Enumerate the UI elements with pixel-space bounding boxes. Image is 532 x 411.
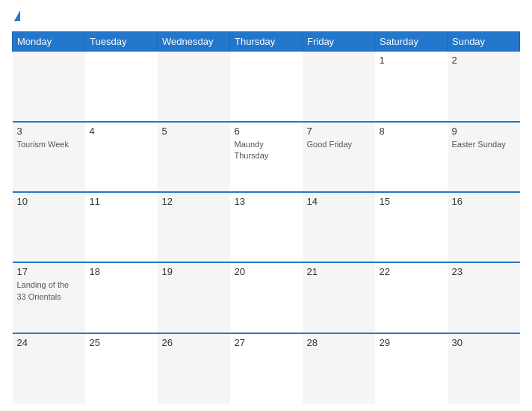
calendar-cell: 7Good Friday (303, 122, 375, 192)
calendar-cell: 29 (375, 333, 448, 404)
calendar-cell: 24 (13, 333, 85, 404)
calendar-cell: 9Easter Sunday (448, 122, 520, 192)
calendar-header: MondayTuesdayWednesdayThursdayFridaySatu… (13, 32, 520, 52)
weekday-header-cell: Sunday (448, 32, 520, 52)
calendar-row: 24252627282930 (13, 333, 520, 404)
calendar-cell: 16 (448, 192, 520, 262)
day-number: 24 (17, 337, 81, 348)
calendar-cell: 4 (85, 122, 158, 192)
calendar-cell: 8 (375, 122, 448, 192)
calendar-cell (85, 52, 158, 122)
calendar-cell: 21 (303, 262, 375, 333)
calendar-row: 12 (13, 52, 520, 122)
day-number: 20 (235, 266, 298, 277)
day-number: 16 (452, 196, 516, 207)
calendar-cell: 12 (158, 192, 230, 262)
weekday-header-row: MondayTuesdayWednesdayThursdayFridaySatu… (13, 32, 520, 52)
calendar-row: 3Tourism Week456Maundy Thursday7Good Fri… (13, 122, 520, 192)
day-number: 15 (380, 196, 443, 207)
day-number: 11 (90, 196, 153, 207)
day-number: 17 (17, 266, 81, 277)
day-number: 21 (307, 266, 371, 277)
calendar-cell: 26 (158, 333, 230, 404)
calendar-cell: 3Tourism Week (13, 122, 85, 192)
day-number: 30 (452, 337, 516, 348)
day-number: 6 (235, 126, 298, 137)
weekday-header-cell: Thursday (230, 32, 303, 52)
calendar-cell: 28 (303, 333, 375, 404)
event-label: Maundy Thursday (235, 140, 269, 160)
day-number: 5 (162, 126, 226, 137)
calendar-table: MondayTuesdayWednesdayThursdayFridaySatu… (12, 31, 520, 404)
calendar-cell: 14 (303, 192, 375, 262)
day-number: 12 (162, 196, 226, 207)
calendar-cell: 5 (158, 122, 230, 192)
event-label: Tourism Week (17, 140, 69, 149)
event-label: Good Friday (307, 140, 353, 149)
logo (12, 10, 22, 22)
day-number: 13 (235, 196, 298, 207)
calendar-cell: 27 (230, 333, 303, 404)
calendar-cell: 2 (448, 52, 520, 122)
event-label: Easter Sunday (452, 140, 506, 149)
calendar-cell: 17Landing of the 33 Orientals (13, 262, 85, 333)
calendar-cell: 1 (375, 52, 448, 122)
day-number: 23 (452, 266, 516, 277)
day-number: 14 (307, 196, 371, 207)
weekday-header-cell: Saturday (375, 32, 448, 52)
weekday-header-cell: Tuesday (85, 32, 158, 52)
day-number: 28 (307, 337, 371, 348)
day-number: 10 (17, 196, 81, 207)
calendar-cell: 15 (375, 192, 448, 262)
weekday-header-cell: Friday (303, 32, 375, 52)
calendar-page: MondayTuesdayWednesdayThursdayFridaySatu… (0, 0, 532, 411)
day-number: 22 (380, 266, 443, 277)
day-number: 27 (235, 337, 298, 348)
calendar-row: 17Landing of the 33 Orientals18192021222… (13, 262, 520, 333)
day-number: 4 (90, 126, 153, 137)
calendar-cell: 20 (230, 262, 303, 333)
calendar-cell: 30 (448, 333, 520, 404)
day-number: 2 (452, 55, 516, 66)
event-label: Landing of the 33 Orientals (17, 280, 69, 300)
day-number: 8 (380, 126, 443, 137)
calendar-cell (303, 52, 375, 122)
day-number: 9 (452, 126, 516, 137)
calendar-cell: 25 (85, 333, 158, 404)
calendar-cell: 22 (375, 262, 448, 333)
weekday-header-cell: Wednesday (158, 32, 230, 52)
day-number: 29 (380, 337, 443, 348)
calendar-cell (13, 52, 85, 122)
calendar-cell: 23 (448, 262, 520, 333)
day-number: 18 (90, 266, 153, 277)
day-number: 19 (162, 266, 226, 277)
day-number: 1 (380, 55, 443, 66)
day-number: 26 (162, 337, 226, 348)
day-number: 3 (17, 126, 81, 137)
calendar-cell: 13 (230, 192, 303, 262)
weekday-header-cell: Monday (13, 32, 85, 52)
calendar-row: 10111213141516 (13, 192, 520, 262)
calendar-cell: 10 (13, 192, 85, 262)
calendar-cell: 19 (158, 262, 230, 333)
day-number: 25 (90, 337, 153, 348)
day-number: 7 (307, 126, 371, 137)
calendar-cell: 18 (85, 262, 158, 333)
header (12, 7, 520, 25)
calendar-cell (230, 52, 303, 122)
logo-triangle-icon (14, 10, 20, 21)
calendar-cell: 11 (85, 192, 158, 262)
calendar-cell: 6Maundy Thursday (230, 122, 303, 192)
calendar-body: 123Tourism Week456Maundy Thursday7Good F… (13, 52, 520, 404)
calendar-cell (158, 52, 230, 122)
